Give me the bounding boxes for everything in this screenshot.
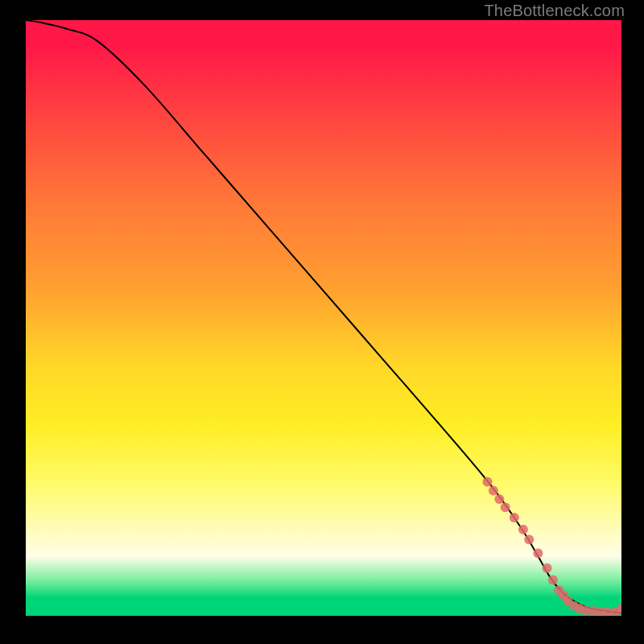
gradient-background (26, 20, 621, 616)
plot-area (26, 20, 621, 616)
watermark-label: TheBottleneck.com (484, 2, 625, 20)
chart-stage: TheBottleneck.com (0, 0, 644, 644)
